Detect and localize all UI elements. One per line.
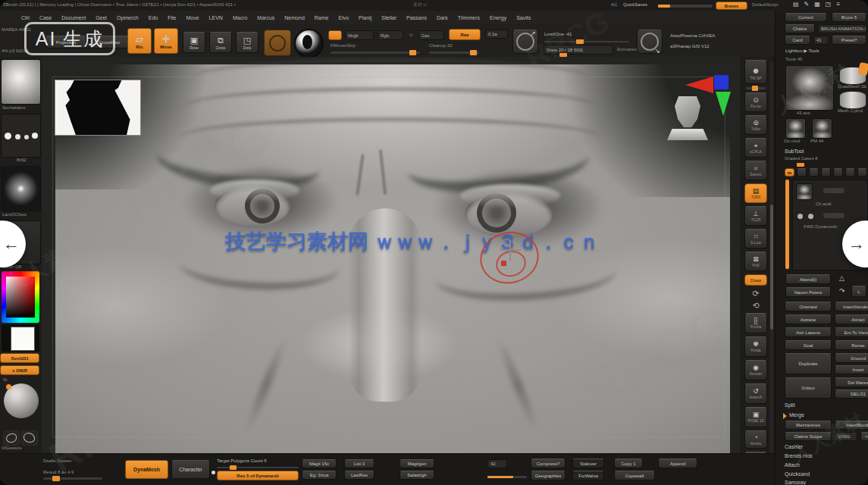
recent-tool-thumb-2[interactable] xyxy=(812,118,832,139)
forwalva-button[interactable]: ForWalva xyxy=(572,471,604,480)
current-tool-button[interactable]: Current xyxy=(785,13,827,22)
section-header[interactable]: Attach xyxy=(785,462,800,468)
step-button[interactable]: >s xyxy=(860,432,868,441)
subtool-slider-handle[interactable] xyxy=(797,163,804,167)
subtool-toggle[interactable] xyxy=(809,168,819,177)
menu-item[interactable]: Macro xyxy=(233,15,247,20)
rotate-ccw-icon[interactable]: ⟲ xyxy=(752,301,759,310)
menu-item[interactable]: Opmerch xyxy=(117,15,139,20)
merge-section[interactable]: Merge xyxy=(789,412,804,418)
panel-button[interactable]: Claims Scope xyxy=(785,432,832,441)
subtool-toggle[interactable] xyxy=(833,168,843,177)
scale-3d-button[interactable]: ✾Kinda xyxy=(744,336,767,357)
panel-button[interactable]: Mezzanines xyxy=(785,421,832,430)
stroke-thumbnail[interactable] xyxy=(1,114,41,158)
aahalf-button[interactable]: ⌗Zammi xyxy=(744,161,767,180)
fill-object-button[interactable]: s ON/R xyxy=(0,365,39,375)
subtool-toggle[interactable] xyxy=(857,168,867,177)
preset-button[interactable]: Preset? xyxy=(832,36,866,45)
subtool-item-slider[interactable] xyxy=(823,188,844,193)
move-3d-button[interactable]: ⣿Fricha xyxy=(744,313,767,333)
l-corner-button[interactable]: L xyxy=(851,286,866,297)
shelf-slider[interactable] xyxy=(746,87,766,89)
panel-button[interactable]: Astr Lasene xyxy=(785,327,832,337)
menu-item[interactable]: Energy xyxy=(490,15,506,20)
color-picker[interactable] xyxy=(2,271,39,323)
duplicate-button[interactable]: Duplicate xyxy=(785,353,832,374)
mask-silhouette-preview[interactable] xyxy=(55,80,141,136)
recent-tool-thumb-1[interactable] xyxy=(785,118,806,139)
menu-item[interactable]: File xyxy=(168,15,176,20)
subtool-header[interactable]: SubTool xyxy=(785,149,804,154)
stroke-dial-button-1[interactable]: ↗ xyxy=(512,30,538,54)
stroke-value-field[interactable]: 0.1a xyxy=(485,30,508,39)
axis-y-arrow[interactable] xyxy=(716,92,731,116)
geographies-button[interactable]: Geographies xyxy=(531,471,566,480)
small-button[interactable]: Magtigen xyxy=(400,459,434,468)
menu-item[interactable]: Document xyxy=(61,15,86,20)
floor-button[interactable]: ⊥TG25 xyxy=(744,206,767,226)
rgb-intensity-handle[interactable] xyxy=(409,50,416,55)
panel-button[interactable]: Invert xyxy=(835,365,868,374)
bottom-mini-slider[interactable] xyxy=(487,476,527,478)
subtool-toggle[interactable] xyxy=(821,168,831,177)
panel-button[interactable]: Oriented xyxy=(785,302,832,311)
section-header[interactable]: Cashier xyxy=(785,444,803,449)
panel-button[interactable]: Astrane xyxy=(785,314,832,324)
delete-button[interactable]: Oxbox xyxy=(785,377,832,399)
menu-item[interactable]: Nemond xyxy=(284,15,304,20)
mrgb-toggle[interactable] xyxy=(328,30,342,40)
menu-item[interactable]: Marcus xyxy=(257,15,274,20)
local-button[interactable]: ⁙S.Low xyxy=(744,229,767,249)
split-section[interactable]: Split xyxy=(785,402,795,408)
value-field[interactable]: 10001 xyxy=(835,432,857,441)
layout-icon[interactable]: ◳ xyxy=(826,1,832,8)
rotate-3d-button[interactable]: ◉Amister xyxy=(744,360,767,380)
target-polygons-handle[interactable] xyxy=(230,465,237,470)
section-header[interactable]: Samoray xyxy=(785,480,806,485)
tool-thumb-cylinder-2[interactable] xyxy=(839,91,866,109)
zoom-button[interactable]: ⊚7d3m xyxy=(744,115,767,135)
quicksave-progressbar[interactable] xyxy=(658,5,713,8)
lock-button[interactable]: ⊠Pd3 xyxy=(744,252,767,271)
scale-mode-button[interactable]: ▣ Rove xyxy=(183,32,205,53)
small-button[interactable]: Saladrigh xyxy=(400,471,434,480)
script-bones-button[interactable]: Bones xyxy=(716,2,747,10)
draw-size-handle[interactable] xyxy=(576,39,584,44)
panel-button[interactable]: Goal xyxy=(785,340,832,350)
small-button[interactable]: List 3 xyxy=(344,459,374,468)
draw-size-slider[interactable] xyxy=(544,41,629,42)
tools-header[interactable]: Tools 45 xyxy=(785,57,802,61)
panel-button[interactable]: Em.To Vienna xyxy=(835,327,868,337)
menu-item[interactable]: Dark xyxy=(437,15,448,20)
panel-button[interactable]: InsertVendeSe xyxy=(835,302,868,311)
axis-z-square[interactable] xyxy=(714,75,729,89)
small-button[interactable]: LastRes xyxy=(344,471,374,480)
menu-item[interactable]: Case xyxy=(39,15,52,20)
z-intensity-slider[interactable] xyxy=(429,52,479,54)
axis-x-arrow[interactable] xyxy=(685,77,713,93)
curve-arrow-icon[interactable]: ↷ xyxy=(839,287,845,295)
camera-head-widget[interactable] xyxy=(667,96,708,140)
value-field-42[interactable]: 42 xyxy=(487,459,507,468)
card-button[interactable]: Card xyxy=(785,36,810,45)
copewall-button[interactable]: Copewall xyxy=(614,471,655,480)
dynamesh-button[interactable]: DynaMesh xyxy=(125,460,168,479)
menu-item[interactable]: Geel xyxy=(96,15,107,20)
material-sphere-button[interactable] xyxy=(294,29,324,58)
subtool-item-label[interactable]: FWD Dynamesh xyxy=(804,224,837,229)
switch-color-button[interactable]: Svold31 xyxy=(0,353,39,363)
pencil-icon[interactable]: ✎ xyxy=(804,1,810,8)
compress-button[interactable]: Compress? xyxy=(531,458,566,468)
copy-button[interactable]: Copy 1 xyxy=(614,458,643,468)
character-button[interactable]: Character xyxy=(171,460,210,479)
subtool-scrollbar[interactable] xyxy=(785,180,789,269)
menu-item[interactable]: Planij xyxy=(359,15,371,20)
up-triangle-icon[interactable]: △ xyxy=(839,274,844,282)
lightbox-tools-row[interactable]: Lightbox ▶ Tools xyxy=(785,48,819,53)
persp-button[interactable]: ▤T2R3 xyxy=(744,183,767,203)
panel-button[interactable]: Del Mares xyxy=(835,377,868,387)
mrgb-field[interactable]: Mrgb xyxy=(345,30,374,40)
menu-icon[interactable]: ≡ xyxy=(836,1,840,8)
resolution-button[interactable]: Res 5 of Dynamesh xyxy=(217,471,299,480)
